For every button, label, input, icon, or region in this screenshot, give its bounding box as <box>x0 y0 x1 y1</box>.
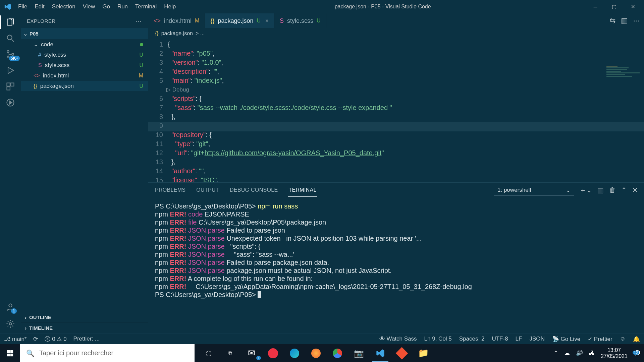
tray-network-icon[interactable]: 🖧 <box>589 350 595 357</box>
extensions-icon[interactable] <box>4 80 16 93</box>
sidebar-title: EXPLORER <box>27 18 56 24</box>
status-encoding[interactable]: UTF-8 <box>492 336 508 342</box>
menu-run[interactable]: Run <box>114 2 131 11</box>
panel-tab-debug-console[interactable]: DEBUG CONSOLE <box>229 184 279 196</box>
terminal-selector[interactable]: 1: powershell⌄ <box>494 185 574 196</box>
notifications-icon[interactable]: 💬12 <box>634 350 641 357</box>
json-icon: {} <box>155 31 159 37</box>
scm-badge: 5K+ <box>9 56 20 61</box>
tree-item[interactable]: {}package.jsonU <box>21 81 148 91</box>
svg-point-9 <box>9 323 12 325</box>
svg-point-3 <box>12 53 14 55</box>
panel-tab-terminal[interactable]: TERMINAL <box>288 184 317 197</box>
svg-rect-10 <box>7 350 10 353</box>
status-sync-icon[interactable]: ⟳ <box>33 336 38 343</box>
status-bell-icon[interactable]: 🔔 <box>633 336 640 343</box>
accounts-icon[interactable]: 1 <box>4 301 16 313</box>
explorer-icon[interactable] <box>4 16 16 28</box>
status-problems[interactable]: ⓧ 0 ⚠ 0 <box>45 335 66 343</box>
split-icon[interactable]: ▥ <box>621 16 628 25</box>
chrome-icon[interactable] <box>327 344 348 362</box>
svg-point-2 <box>7 56 9 58</box>
tree-item[interactable]: #style.cssU <box>21 50 148 60</box>
close-panel-icon[interactable]: ✕ <box>632 186 638 194</box>
breadcrumb[interactable]: {} package.json > ... <box>148 28 644 39</box>
code-editor[interactable]: 12345 6789101112131415 { "name": "p05", … <box>148 39 644 182</box>
menu-bar: FileEditSelectionViewGoRunTerminalHelp <box>15 2 179 11</box>
status-cursor-pos[interactable]: Ln 9, Col 5 <box>424 336 452 342</box>
split-terminal-icon[interactable]: ▥ <box>597 186 604 194</box>
svg-point-0 <box>7 35 12 40</box>
terminal[interactable]: PS C:\Users\gs_ya\Desktop\P05> npm run s… <box>148 197 644 333</box>
search-icon[interactable] <box>4 32 16 44</box>
live-server-icon[interactable] <box>4 97 16 109</box>
cortana-icon[interactable]: ◯ <box>198 344 219 362</box>
svg-rect-11 <box>10 350 13 353</box>
task-view-icon[interactable]: ⧉ <box>219 344 241 362</box>
titlebar: FileEditSelectionViewGoRunTerminalHelp p… <box>0 0 644 13</box>
menu-edit[interactable]: Edit <box>31 2 48 11</box>
menu-go[interactable]: Go <box>99 2 113 11</box>
settings-gear-icon[interactable] <box>4 318 16 330</box>
status-prettier[interactable]: ✓ Prettier <box>588 336 612 343</box>
window-minimize-button[interactable]: ─ <box>586 0 604 13</box>
status-bar: ⎇main* ⟳ ⓧ 0 ⚠ 0 Prettier: ... 👁 Watch S… <box>0 333 644 344</box>
taskbar-clock[interactable]: 13:07 27/05/2021 <box>601 347 628 359</box>
minimap[interactable] <box>606 66 643 99</box>
status-watch-sass[interactable]: 👁 Watch Sass <box>379 336 417 342</box>
file-explorer-icon[interactable]: 📁 <box>413 344 434 362</box>
run-debug-icon[interactable] <box>4 64 16 76</box>
tray-overflow-icon[interactable]: ⌃ <box>553 350 558 357</box>
tray-onedrive-icon[interactable]: ☁ <box>564 350 570 357</box>
panel-tab-problems[interactable]: PROBLEMS <box>154 184 186 196</box>
editor-tab[interactable]: {}package.jsonU× <box>205 13 274 28</box>
status-spaces[interactable]: Spaces: 2 <box>459 336 485 342</box>
taskbar-search[interactable]: 🔍 Taper ici pour rechercher <box>20 344 195 362</box>
tray-volume-icon[interactable]: 🔊 <box>576 350 583 357</box>
status-branch[interactable]: ⎇main* <box>4 336 26 343</box>
panel-tab-output[interactable]: OUTPUT <box>196 184 220 196</box>
maximize-panel-icon[interactable]: ⌃ <box>621 186 627 194</box>
git-icon[interactable] <box>391 344 413 362</box>
mail-app-icon[interactable]: ✉1 <box>241 344 262 362</box>
menu-help[interactable]: Help <box>161 2 179 11</box>
windows-taskbar: 🔍 Taper ici pour rechercher ◯ ⧉ ✉1 📷 📁 ⌃… <box>0 344 644 362</box>
status-go-live[interactable]: 📡 Go Live <box>552 336 580 343</box>
editor-tab[interactable]: <>index.htmlM <box>148 13 205 28</box>
start-button[interactable] <box>0 344 20 362</box>
new-terminal-icon[interactable]: ＋⌄ <box>580 186 592 195</box>
source-control-icon[interactable]: 5K+ <box>4 48 16 60</box>
folder-name: P05 <box>30 31 39 37</box>
more-icon[interactable]: ··· <box>633 16 639 25</box>
status-eol[interactable]: LF <box>516 336 522 342</box>
sidebar-more-icon[interactable]: ··· <box>136 18 142 24</box>
tree-item[interactable]: ⌄code <box>21 39 148 50</box>
menu-file[interactable]: File <box>15 2 31 11</box>
tab-close-icon[interactable]: × <box>265 17 269 24</box>
vscode-taskbar-icon[interactable] <box>370 344 391 362</box>
tree-item[interactable]: Sstyle.scssU <box>21 60 148 70</box>
svg-point-8 <box>9 304 12 307</box>
status-language[interactable]: JSON <box>529 336 544 342</box>
panel: PROBLEMSOUTPUTDEBUG CONSOLETERMINAL1: po… <box>148 182 644 333</box>
file-tree: ⌄code#style.cssUSstyle.scssU<>index.html… <box>21 39 148 312</box>
status-feedback-icon[interactable]: ☺ <box>620 336 626 342</box>
menu-terminal[interactable]: Terminal <box>132 2 160 11</box>
tab-git-status: U <box>257 18 261 24</box>
editor-tab[interactable]: Sstyle.scssU <box>274 13 326 28</box>
window-maximize-button[interactable]: ▢ <box>605 0 623 13</box>
sidebar-section-timeline[interactable]: ›TIMELINE <box>21 322 148 333</box>
sidebar-section-outline[interactable]: ›OUTLINE <box>21 312 148 322</box>
menu-selection[interactable]: Selection <box>49 2 79 11</box>
opera-icon[interactable] <box>262 344 284 362</box>
firefox-icon[interactable] <box>305 344 327 362</box>
kill-terminal-icon[interactable]: 🗑 <box>609 186 616 194</box>
sidebar-folder-root[interactable]: ⌄ P05 <box>21 28 148 39</box>
camera-icon[interactable]: 📷 <box>348 344 370 362</box>
status-prettier-loading[interactable]: Prettier: ... <box>73 336 100 342</box>
edge-icon[interactable] <box>284 344 305 362</box>
menu-view[interactable]: View <box>79 2 99 11</box>
compare-icon[interactable]: ⇆ <box>609 16 615 25</box>
tree-item[interactable]: <>index.htmlM <box>21 70 148 81</box>
window-close-button[interactable]: ✕ <box>624 0 642 13</box>
